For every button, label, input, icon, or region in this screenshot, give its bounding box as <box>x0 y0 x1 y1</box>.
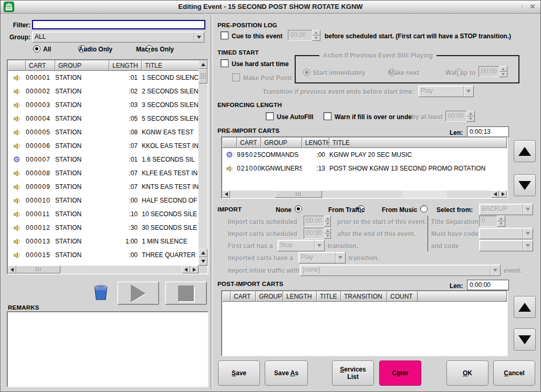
use-hard-start-checkbox[interactable] <box>221 59 228 67</box>
scroll-left-button[interactable] <box>182 266 190 273</box>
imported-carts-transition-select[interactable]: Play <box>298 252 346 263</box>
spin-up-icon[interactable] <box>324 216 331 221</box>
column-header-length[interactable]: LENGTH <box>283 291 317 302</box>
cart-row[interactable]: 000011 STATION :10 10 SECONDS SILE <box>8 207 199 221</box>
import-none-radio[interactable] <box>295 205 302 213</box>
spin-down-icon[interactable] <box>499 72 507 78</box>
cart-row[interactable]: 000012 STATION :30 30 SECONDS SILE <box>8 221 199 235</box>
column-header-cart[interactable]: CART <box>237 137 261 148</box>
services-list-button[interactable]: Services List <box>332 361 374 386</box>
column-header-group[interactable]: GROUP <box>261 137 302 148</box>
spin-down-icon[interactable] <box>324 221 331 227</box>
pre-import-row[interactable]: 021000 KGNWLINERS :13 POST SHOW KGNW 13 … <box>222 162 507 175</box>
cart-list-hscrollbar[interactable] <box>8 266 199 273</box>
scrollbar-thumb[interactable] <box>199 69 207 83</box>
scrollbar-page-area[interactable] <box>402 190 446 198</box>
column-header-group[interactable]: GROUP <box>55 60 109 71</box>
group-select[interactable]: ALL <box>32 31 204 43</box>
play-button[interactable] <box>117 281 159 305</box>
sched-after-spinner[interactable]: 00:00 <box>304 228 331 239</box>
first-cart-transition-select[interactable]: Stop <box>277 240 325 251</box>
save-button[interactable]: Save <box>218 361 260 386</box>
column-header-title[interactable]: TITLE <box>329 137 507 148</box>
scrollbar-track[interactable] <box>60 266 182 273</box>
pre-import-row[interactable]: ⚙ 995025 COMMANDS :00 KGNW PLAY 20 SEC M… <box>222 148 507 162</box>
column-header-transition[interactable]: TRANSITION <box>341 291 387 302</box>
move-down-button[interactable] <box>514 174 536 196</box>
cart-row[interactable]: 000006 STATION :07 KKOL EAS TEST IN <box>8 139 199 153</box>
must-have-code-select[interactable] <box>479 228 533 239</box>
spin-up-icon[interactable] <box>324 228 331 234</box>
close-button[interactable]: ✕ <box>528 2 537 12</box>
post-import-len-field[interactable]: 0:00:00 <box>467 280 509 290</box>
scroll-up-button[interactable] <box>199 249 207 257</box>
cart-row[interactable]: 000001 STATION :01 1 SECOND SILENCE <box>8 71 199 84</box>
cart-row[interactable]: 000009 STATION :07 KNTS EAS TEST IN <box>8 180 199 194</box>
select-from-service-select[interactable]: BACKUP <box>479 204 533 215</box>
cancel-button[interactable]: Cancel <box>493 361 535 386</box>
cart-row[interactable]: 000008 STATION :07 KLFE EAS TEST IN <box>8 166 199 180</box>
pre-import-hscrollbar[interactable] <box>222 190 507 198</box>
scroll-left-button[interactable] <box>222 190 230 198</box>
stop-button[interactable] <box>165 281 207 305</box>
use-autofill-checkbox[interactable] <box>266 112 274 120</box>
and-code-select[interactable] <box>479 240 533 251</box>
start-immediately-radio[interactable] <box>303 69 310 76</box>
save-as-button[interactable]: Save As <box>265 361 308 386</box>
scroll-up-button[interactable] <box>199 60 207 69</box>
spin-down-icon[interactable] <box>312 36 320 41</box>
column-header-length[interactable]: LENGTH <box>302 137 329 148</box>
import-from-music-radio[interactable] <box>420 205 428 213</box>
move-down-button[interactable] <box>514 329 536 351</box>
by-at-least-spinner[interactable]: 00:00 <box>445 111 475 122</box>
maximize-button[interactable]: ↑ <box>517 2 527 12</box>
move-up-button[interactable] <box>514 140 536 162</box>
title-separation-spinner[interactable]: 0 <box>479 216 505 227</box>
spin-up-icon[interactable] <box>497 216 505 221</box>
spin-up-icon[interactable] <box>466 111 475 116</box>
scroll-right-button[interactable] <box>190 266 199 273</box>
cart-row[interactable]: 000002 STATION :02 2 SECONDS SILENCE <box>8 84 199 98</box>
column-header-cart[interactable]: CART <box>231 291 256 302</box>
wait-time-spinner[interactable]: 00:00 <box>478 66 507 77</box>
cart-list-vscrollbar[interactable] <box>199 60 207 266</box>
scrollbar-track[interactable] <box>230 190 275 198</box>
cue-time-spinner[interactable]: 00:00 <box>288 30 320 41</box>
scroll-down-button[interactable] <box>199 257 207 266</box>
trash-bucket-icon[interactable] <box>92 283 109 302</box>
cart-row[interactable]: 000003 STATION :03 3 SECONDS SILENCE <box>8 98 199 112</box>
cart-row[interactable]: 000013 STATION 1:00 1 MIN SILENCE <box>8 235 199 248</box>
cart-row[interactable]: 000015 STATION :00 THREE QUARTER <box>8 248 199 262</box>
scrollbar-track[interactable] <box>199 83 207 249</box>
spin-up-icon[interactable] <box>499 66 507 72</box>
sched-prior-spinner[interactable]: 00:00 <box>304 216 331 227</box>
spin-down-icon[interactable] <box>466 116 475 122</box>
cart-row[interactable]: 000004 STATION :05 5 SECONDS SILENCE <box>8 112 199 125</box>
pre-import-len-field[interactable]: 0:00:13 <box>467 126 509 137</box>
column-header-group[interactable]: GROUP <box>256 291 283 302</box>
scroll-right-button[interactable] <box>499 190 507 198</box>
spin-down-icon[interactable] <box>497 221 505 227</box>
column-header-count[interactable]: COUNT <box>387 291 418 302</box>
color-button[interactable]: Color <box>379 361 421 386</box>
scrollbar-thumb[interactable] <box>275 190 322 198</box>
cart-row[interactable]: 000010 STATION :00 HALF SECOND OF <box>8 194 199 207</box>
spin-up-icon[interactable] <box>312 30 320 36</box>
cue-to-event-checkbox[interactable] <box>221 31 228 39</box>
warn-fill-checkbox[interactable] <box>324 112 331 120</box>
scrollbar-thumb[interactable] <box>16 266 60 273</box>
radio-all[interactable] <box>33 45 40 52</box>
transition-before-start-select[interactable]: Play <box>418 86 474 97</box>
column-header-cart[interactable]: CART <box>26 60 55 71</box>
scroll-left-button[interactable] <box>491 190 499 198</box>
move-up-button[interactable] <box>514 296 536 318</box>
ok-button[interactable]: OK <box>446 361 488 386</box>
column-header-title[interactable]: TITLE <box>317 291 341 302</box>
scroll-left-button[interactable] <box>8 266 16 273</box>
column-header-length[interactable]: LENGTH <box>109 60 142 71</box>
cart-row[interactable]: ⚙ 000007 STATION :01 1.6 SECONDS SIL <box>8 153 199 166</box>
make-post-point-checkbox[interactable] <box>232 73 240 81</box>
filter-input[interactable] <box>32 20 205 29</box>
cart-row[interactable]: 000005 STATION :08 KGNW EAS TEST <box>8 125 199 139</box>
column-header-title[interactable]: TITLE <box>142 60 207 71</box>
